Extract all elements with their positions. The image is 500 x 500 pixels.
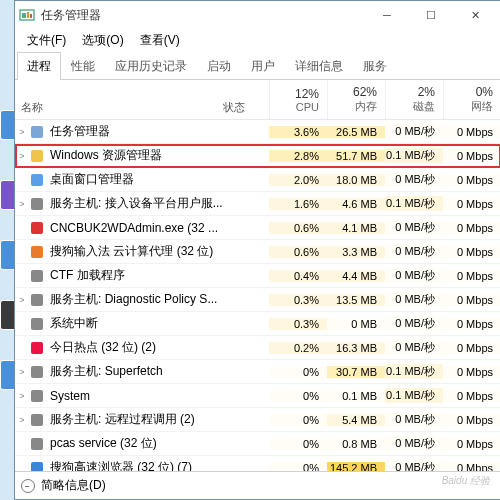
cpu-cell: 2.0% bbox=[269, 174, 327, 186]
expand-toggle[interactable]: > bbox=[15, 391, 29, 401]
table-row[interactable]: 桌面窗口管理器2.0%18.0 MB0 MB/秒0 Mbps bbox=[15, 168, 500, 192]
process-name: 系统中断 bbox=[50, 315, 98, 332]
table-row[interactable]: 搜狗输入法 云计算代理 (32 位)0.6%3.3 MB0 MB/秒0 Mbps bbox=[15, 240, 500, 264]
expand-toggle[interactable]: > bbox=[15, 199, 29, 209]
net-cell: 0 Mbps bbox=[443, 222, 500, 234]
process-icon bbox=[29, 196, 45, 212]
col-mem[interactable]: 62%内存 bbox=[327, 80, 385, 119]
expand-toggle[interactable]: > bbox=[15, 127, 29, 137]
table-row[interactable]: >任务管理器3.6%26.5 MB0 MB/秒0 Mbps bbox=[15, 120, 500, 144]
net-cell: 0 Mbps bbox=[443, 462, 500, 472]
mem-cell: 4.4 MB bbox=[327, 270, 385, 282]
tab-4[interactable]: 用户 bbox=[241, 52, 285, 80]
fewer-details-label[interactable]: 简略信息(D) bbox=[41, 477, 106, 494]
table-row[interactable]: pcas service (32 位)0%0.8 MB0 MB/秒0 Mbps bbox=[15, 432, 500, 456]
mem-cell: 30.7 MB bbox=[327, 366, 385, 378]
mem-cell: 4.6 MB bbox=[327, 198, 385, 210]
disk-cell: 0 MB/秒 bbox=[385, 316, 443, 331]
cpu-cell: 0% bbox=[269, 366, 327, 378]
col-disk[interactable]: 2%磁盘 bbox=[385, 80, 443, 119]
disk-cell: 0 MB/秒 bbox=[385, 292, 443, 307]
process-name: 服务主机: Diagnostic Policy S... bbox=[50, 291, 217, 308]
table-row[interactable]: CNCBUK2WDAdmin.exe (32 ...0.6%4.1 MB0 MB… bbox=[15, 216, 500, 240]
process-list[interactable]: >任务管理器3.6%26.5 MB0 MB/秒0 Mbps>Windows 资源… bbox=[15, 120, 500, 471]
col-net[interactable]: 0%网络 bbox=[443, 80, 500, 119]
net-cell: 0 Mbps bbox=[443, 390, 500, 402]
process-name: 今日热点 (32 位) (2) bbox=[50, 339, 156, 356]
menu-options[interactable]: 选项(O) bbox=[76, 30, 129, 51]
cpu-cell: 0.3% bbox=[269, 318, 327, 330]
process-icon bbox=[29, 412, 45, 428]
net-cell: 0 Mbps bbox=[443, 342, 500, 354]
tab-5[interactable]: 详细信息 bbox=[285, 52, 353, 80]
cpu-cell: 0% bbox=[269, 462, 327, 472]
process-name: System bbox=[50, 389, 90, 403]
process-name: 桌面窗口管理器 bbox=[50, 171, 134, 188]
net-cell: 0 Mbps bbox=[443, 126, 500, 138]
net-cell: 0 Mbps bbox=[443, 270, 500, 282]
maximize-button[interactable]: ☐ bbox=[409, 1, 453, 29]
cpu-cell: 0.4% bbox=[269, 270, 327, 282]
svg-rect-3 bbox=[30, 14, 32, 18]
process-name: 搜狗输入法 云计算代理 (32 位) bbox=[50, 243, 213, 260]
tab-3[interactable]: 启动 bbox=[197, 52, 241, 80]
disk-cell: 0 MB/秒 bbox=[385, 436, 443, 451]
disk-cell: 0.1 MB/秒 bbox=[385, 388, 443, 403]
net-cell: 0 Mbps bbox=[443, 150, 500, 162]
tabs: 进程性能应用历史记录启动用户详细信息服务 bbox=[15, 51, 500, 80]
expand-toggle[interactable]: > bbox=[15, 415, 29, 425]
menu-view[interactable]: 查看(V) bbox=[134, 30, 186, 51]
cpu-cell: 0% bbox=[269, 390, 327, 402]
fewer-details-icon[interactable] bbox=[21, 479, 35, 493]
tab-2[interactable]: 应用历史记录 bbox=[105, 52, 197, 80]
process-icon bbox=[29, 436, 45, 452]
net-cell: 0 Mbps bbox=[443, 366, 500, 378]
tab-0[interactable]: 进程 bbox=[17, 52, 61, 80]
process-icon bbox=[29, 220, 45, 236]
svg-rect-11 bbox=[31, 294, 43, 306]
table-row[interactable]: >服务主机: 接入设备平台用户服...1.6%4.6 MB0.1 MB/秒0 M… bbox=[15, 192, 500, 216]
svg-rect-5 bbox=[31, 150, 43, 162]
mem-cell: 51.7 MB bbox=[327, 150, 385, 162]
process-name: 服务主机: 接入设备平台用户服... bbox=[50, 195, 223, 212]
net-cell: 0 Mbps bbox=[443, 294, 500, 306]
svg-rect-15 bbox=[31, 390, 43, 402]
minimize-button[interactable]: ─ bbox=[365, 1, 409, 29]
menu-file[interactable]: 文件(F) bbox=[21, 30, 72, 51]
table-row[interactable]: CTF 加载程序0.4%4.4 MB0 MB/秒0 Mbps bbox=[15, 264, 500, 288]
cpu-cell: 0.6% bbox=[269, 246, 327, 258]
tab-6[interactable]: 服务 bbox=[353, 52, 397, 80]
tab-1[interactable]: 性能 bbox=[61, 52, 105, 80]
table-row[interactable]: >服务主机: Diagnostic Policy S...0.3%13.5 MB… bbox=[15, 288, 500, 312]
col-name[interactable]: 名称 bbox=[15, 80, 223, 119]
svg-rect-13 bbox=[31, 342, 43, 354]
table-row[interactable]: >System0%0.1 MB0.1 MB/秒0 Mbps bbox=[15, 384, 500, 408]
expand-toggle[interactable]: > bbox=[15, 295, 29, 305]
net-cell: 0 Mbps bbox=[443, 174, 500, 186]
mem-cell: 0.8 MB bbox=[327, 438, 385, 450]
svg-rect-4 bbox=[31, 126, 43, 138]
table-row[interactable]: 搜狗高速浏览器 (32 位) (7)0%145.2 MB0 MB/秒0 Mbps bbox=[15, 456, 500, 471]
process-icon bbox=[29, 340, 45, 356]
table-row[interactable]: >服务主机: 远程过程调用 (2)0%5.4 MB0 MB/秒0 Mbps bbox=[15, 408, 500, 432]
expand-toggle[interactable]: > bbox=[15, 151, 29, 161]
svg-rect-16 bbox=[31, 414, 43, 426]
process-name: 服务主机: Superfetch bbox=[50, 363, 163, 380]
col-cpu[interactable]: 12%CPU bbox=[269, 80, 327, 119]
disk-cell: 0.1 MB/秒 bbox=[385, 196, 443, 211]
titlebar[interactable]: 任务管理器 ─ ☐ ✕ bbox=[15, 1, 500, 29]
cpu-cell: 0.2% bbox=[269, 342, 327, 354]
table-row[interactable]: >服务主机: Superfetch0%30.7 MB0.1 MB/秒0 Mbps bbox=[15, 360, 500, 384]
close-button[interactable]: ✕ bbox=[453, 1, 497, 29]
table-row[interactable]: 今日热点 (32 位) (2)0.2%16.3 MB0 MB/秒0 Mbps bbox=[15, 336, 500, 360]
expand-toggle[interactable]: > bbox=[15, 367, 29, 377]
table-row[interactable]: >Windows 资源管理器2.8%51.7 MB0.1 MB/秒0 Mbps bbox=[15, 144, 500, 168]
column-headers: 名称 状态 12%CPU 62%内存 2%磁盘 0%网络 bbox=[15, 80, 500, 120]
mem-cell: 18.0 MB bbox=[327, 174, 385, 186]
cpu-cell: 0% bbox=[269, 438, 327, 450]
cpu-cell: 3.6% bbox=[269, 126, 327, 138]
svg-rect-6 bbox=[31, 174, 43, 186]
table-row[interactable]: 系统中断0.3%0 MB0 MB/秒0 Mbps bbox=[15, 312, 500, 336]
task-manager-window: 任务管理器 ─ ☐ ✕ 文件(F) 选项(O) 查看(V) 进程性能应用历史记录… bbox=[14, 0, 500, 500]
col-status[interactable]: 状态 bbox=[223, 80, 269, 119]
